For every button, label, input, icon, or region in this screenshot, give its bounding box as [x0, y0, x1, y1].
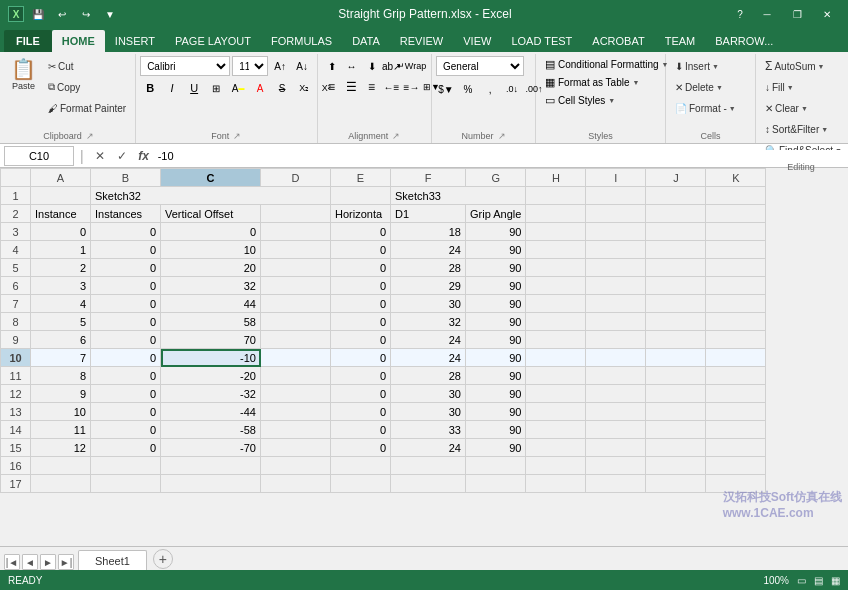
border-btn[interactable]: ⊞ [206, 78, 226, 98]
conditional-formatting-btn[interactable]: ▤ Conditional Formatting ▼ [540, 56, 674, 73]
cell-c4[interactable]: 10 [161, 241, 261, 259]
cell-k5[interactable] [706, 259, 766, 277]
sort-filter-btn[interactable]: ↕ Sort&Filter ▼ [760, 119, 833, 139]
sum-btn[interactable]: Σ AutoSum ▼ [760, 56, 830, 76]
tab-load-test[interactable]: LOAD TEST [501, 30, 582, 52]
cell-k3[interactable] [706, 223, 766, 241]
cell-e4[interactable]: 0 [331, 241, 391, 259]
col-header-b[interactable]: B [91, 169, 161, 187]
tab-home[interactable]: HOME [52, 30, 105, 52]
cell-i1[interactable] [586, 187, 646, 205]
cell-b13[interactable]: 0 [91, 403, 161, 421]
undo-qat-btn[interactable]: ↩ [52, 5, 72, 23]
alignment-expand-icon[interactable]: ↗ [392, 131, 400, 141]
cell-c16[interactable] [161, 457, 261, 475]
row-num-13[interactable]: 13 [1, 403, 31, 421]
cell-j9[interactable] [646, 331, 706, 349]
cell-d10[interactable] [261, 349, 331, 367]
col-header-f[interactable]: F [391, 169, 466, 187]
sheet-tab-sheet1[interactable]: Sheet1 [78, 550, 147, 570]
cell-g15[interactable]: 90 [466, 439, 526, 457]
cell-c10[interactable]: -10 [161, 349, 261, 367]
cell-g5[interactable]: 90 [466, 259, 526, 277]
cell-i7[interactable] [586, 295, 646, 313]
decrease-decimal-btn[interactable]: .0↓ [502, 79, 522, 99]
decrease-font-btn[interactable]: A↓ [292, 56, 312, 76]
cell-j2[interactable] [646, 205, 706, 223]
fill-color-btn[interactable]: A▬ [228, 78, 248, 98]
cell-j7[interactable] [646, 295, 706, 313]
cell-g8[interactable]: 90 [466, 313, 526, 331]
cell-d15[interactable] [261, 439, 331, 457]
align-right-btn[interactable]: ≡ [362, 77, 382, 97]
row-num-9[interactable]: 9 [1, 331, 31, 349]
cell-j5[interactable] [646, 259, 706, 277]
cell-i4[interactable] [586, 241, 646, 259]
cell-i6[interactable] [586, 277, 646, 295]
wrap-text-btn[interactable]: ↵Wrap [402, 56, 422, 76]
cell-a17[interactable] [31, 475, 91, 493]
cell-c3[interactable]: 0 [161, 223, 261, 241]
row-num-12[interactable]: 12 [1, 385, 31, 403]
tab-team[interactable]: TEAM [655, 30, 706, 52]
cell-b4[interactable]: 0 [91, 241, 161, 259]
cell-g6[interactable]: 90 [466, 277, 526, 295]
sheet-nav-first[interactable]: |◄ [4, 554, 20, 570]
format-as-table-btn[interactable]: ▦ Format as Table ▼ [540, 74, 644, 91]
cell-f8[interactable]: 32 [391, 313, 466, 331]
font-color-btn[interactable]: A [250, 78, 270, 98]
cell-styles-btn[interactable]: ▭ Cell Styles ▼ [540, 92, 620, 109]
cell-f2[interactable]: D1 [391, 205, 466, 223]
cell-g7[interactable]: 90 [466, 295, 526, 313]
cell-a9[interactable]: 6 [31, 331, 91, 349]
tab-view[interactable]: VIEW [453, 30, 501, 52]
tab-data[interactable]: DATA [342, 30, 390, 52]
cell-h2[interactable] [526, 205, 586, 223]
row-num-6[interactable]: 6 [1, 277, 31, 295]
copy-btn[interactable]: ⧉Copy [43, 77, 131, 97]
cell-a13[interactable]: 10 [31, 403, 91, 421]
cell-e6[interactable]: 0 [331, 277, 391, 295]
name-box[interactable] [4, 146, 74, 166]
cell-e14[interactable]: 0 [331, 421, 391, 439]
cell-a14[interactable]: 11 [31, 421, 91, 439]
cell-f15[interactable]: 24 [391, 439, 466, 457]
cell-e5[interactable]: 0 [331, 259, 391, 277]
delete-btn[interactable]: ✕ Delete ▼ [670, 77, 728, 97]
redo-qat-btn[interactable]: ↪ [76, 5, 96, 23]
col-header-d[interactable]: D [261, 169, 331, 187]
cell-i15[interactable] [586, 439, 646, 457]
cell-b11[interactable]: 0 [91, 367, 161, 385]
cell-f1[interactable]: Sketch33 [391, 187, 526, 205]
tab-page-layout[interactable]: PAGE LAYOUT [165, 30, 261, 52]
cell-h13[interactable] [526, 403, 586, 421]
cell-g16[interactable] [466, 457, 526, 475]
cell-k16[interactable] [706, 457, 766, 475]
cell-d17[interactable] [261, 475, 331, 493]
view-normal-btn[interactable]: ▭ [797, 575, 806, 586]
cell-b2[interactable]: Instances [91, 205, 161, 223]
cell-e9[interactable]: 0 [331, 331, 391, 349]
cell-b9[interactable]: 0 [91, 331, 161, 349]
cell-b14[interactable]: 0 [91, 421, 161, 439]
cell-a16[interactable] [31, 457, 91, 475]
tab-file[interactable]: FILE [4, 30, 52, 52]
cell-d8[interactable] [261, 313, 331, 331]
cell-k17[interactable] [706, 475, 766, 493]
cell-h1[interactable] [526, 187, 586, 205]
cell-g3[interactable]: 90 [466, 223, 526, 241]
row-num-16[interactable]: 16 [1, 457, 31, 475]
cell-j11[interactable] [646, 367, 706, 385]
cell-e7[interactable]: 0 [331, 295, 391, 313]
view-page-layout-btn[interactable]: ▤ [814, 575, 823, 586]
cell-e15[interactable]: 0 [331, 439, 391, 457]
cell-k9[interactable] [706, 331, 766, 349]
close-btn[interactable]: ✕ [814, 5, 840, 23]
cell-i14[interactable] [586, 421, 646, 439]
row-num-17[interactable]: 17 [1, 475, 31, 493]
cell-b15[interactable]: 0 [91, 439, 161, 457]
cell-c8[interactable]: 58 [161, 313, 261, 331]
subscript-btn[interactable]: X₂ [294, 78, 314, 98]
row-num-8[interactable]: 8 [1, 313, 31, 331]
cell-c2[interactable]: Vertical Offset [161, 205, 261, 223]
